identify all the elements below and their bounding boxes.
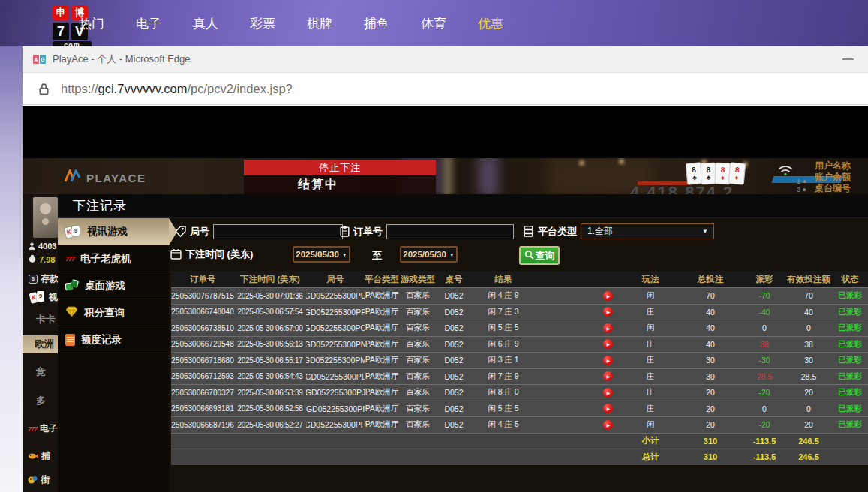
replay-button[interactable]: ▶ [603,356,613,365]
cell-total: 40 [677,320,743,336]
replay-button[interactable]: ▶ [603,339,613,349]
cell-result: 闲 5 庄 5 [471,401,536,417]
tab-quota-records[interactable]: 额度记录 [58,326,169,353]
dealt-cards: 8♣8♣8♦8♦ [686,163,743,184]
grand-total-row-cell: -113.5 [743,449,785,465]
grand-total-row-cell [306,449,365,465]
playace-logo-mark-icon [64,170,82,186]
url-text[interactable]: https://gci.7vvvvvv.com/pc/pcv2/index.js… [61,82,293,96]
cell-game: 百家乐 [399,304,437,320]
cell-total: 20 [677,401,743,417]
replay-button[interactable]: ▶ [603,323,613,333]
tab-video-games[interactable]: K9 视讯游戏 [58,218,169,245]
rail-item-fishing[interactable]: 捕 [28,449,58,463]
replay-button[interactable]: ▶ [603,420,613,430]
replay-button[interactable]: ▶ [603,371,613,381]
cell-order: 250530066712593 [171,369,234,385]
subtotal-row-cell [234,434,306,449]
platform-type-select[interactable]: 1.全部 ▼ [581,224,714,239]
nav-item-7[interactable]: 体育 [421,15,446,32]
round-number-input[interactable] [213,224,343,239]
page-content: PLAYACE 停止下注 结算中 8♣8♣8♦8♦ 4 418 874 2 1 … [23,106,868,492]
nav-item-2[interactable]: 电子 [136,15,161,32]
minimize-button[interactable] [838,52,857,67]
cell-time: 2025-05-30 06:57:54 [234,304,306,320]
to-label: 至 [372,249,382,262]
cell-result: 闲 5 庄 5 [471,320,536,336]
cell-status: 已派彩 [832,337,868,352]
nav-item-4[interactable]: 彩票 [250,15,275,32]
rail-item-europe-active[interactable]: 欧洲 [23,335,58,353]
col-header [536,271,623,287]
site-nav-menu: 热门电子真人彩票棋牌捕鱼体育优惠 [79,0,503,46]
query-button[interactable]: 查询 [519,246,560,265]
site-favicon-icon: AG [33,55,46,64]
lobby-left-rail: 4003 7.98 $ 存款 K9 视 卡卡 欧洲 竞 [23,194,58,492]
col-header: 有效投注额 [785,271,832,287]
tab-slot-machines[interactable]: 777 电子老虎机 [58,245,169,272]
nav-item-5[interactable]: 棋牌 [307,15,332,32]
cell-game: 百家乐 [399,385,437,400]
cell-status: 已派彩 [832,288,868,304]
chevron-down-icon: ▼ [449,252,455,257]
subtotal-row: 小计310-113.5246.5 [171,433,868,449]
rail-item-slots[interactable]: 777 电子 [28,422,58,435]
cell-replay: ▶ [536,417,623,433]
cell-round: GD052255300PH [306,417,365,433]
nav-item-6[interactable]: 捕鱼 [364,15,389,32]
user-avatar[interactable] [33,197,58,238]
col-header: 局号 [306,271,365,287]
rail-item-video[interactable]: K9 视 [30,290,58,304]
grand-total-row-cell: 246.5 [785,449,832,465]
cell-game: 百家乐 [399,337,437,352]
cell-game: 百家乐 [399,288,437,304]
cell-valid: 20 [785,417,832,433]
rail-item-jing[interactable]: 竞 [36,365,58,379]
cell-result: 闲 4 庄 9 [471,288,536,304]
tab-points-inquiry[interactable]: 积分查询 [58,299,169,326]
cell-table: D052 [437,320,471,336]
nav-item-3[interactable]: 真人 [193,15,218,32]
replay-button[interactable]: ▶ [603,307,613,316]
cell-order: 250530076787515 [171,288,234,304]
round-status-banner: 停止下注 结算中 [244,160,436,194]
subtotal-row-cell [306,434,365,449]
banner-stop-betting: 停止下注 [244,160,436,176]
address-bar[interactable]: https://gci.7vvvvvv.com/pc/pcv2/index.js… [23,73,868,105]
nav-item-1[interactable]: 热门 [79,15,104,32]
replay-button[interactable]: ▶ [603,291,613,301]
rail-item-kaka[interactable]: 卡卡 [36,313,58,326]
rail-item-duo[interactable]: 多 [36,394,58,407]
person-icon [29,239,35,253]
col-header: 状态 [832,271,868,287]
col-header: 订单号 [171,271,234,287]
date-to-select[interactable]: 2025/05/30▼ [400,246,458,262]
tab-table-games[interactable]: 桌面游戏 [58,272,169,299]
replay-button[interactable]: ▶ [603,388,613,398]
cell-play: 庄 [623,401,677,417]
date-from-select[interactable]: 2025/05/30▼ [293,246,350,262]
gem-icon [65,306,78,320]
col-header: 下注时间 (美东) [234,271,306,287]
cell-status: 已派彩 [832,417,868,433]
cell-order: 250530066748040 [171,304,234,320]
nav-item-8[interactable]: 优惠 [478,15,503,32]
url-scheme: https:// [61,82,98,95]
cell-replay: ▶ [536,401,623,417]
cell-game: 百家乐 [399,417,437,433]
rail-item-street[interactable]: 街 [28,473,58,487]
cell-replay: ▶ [536,352,623,368]
cell-order: 250530066718680 [171,352,234,368]
order-number-input[interactable] [386,224,514,239]
subtotal-row-cell: 246.5 [785,434,832,449]
subtotal-row-cell [437,434,471,449]
cell-round: GD052255300PI [306,401,365,417]
playing-card: 8♦ [728,162,746,185]
col-header: 桌号 [437,271,471,287]
cell-payout: -70 [743,288,785,304]
cell-game: 百家乐 [399,369,437,385]
lock-icon[interactable] [38,82,50,95]
cell-valid: 40 [785,304,832,320]
rail-item-deposit[interactable]: $ 存款 [29,272,58,285]
replay-button[interactable]: ▶ [603,404,613,413]
